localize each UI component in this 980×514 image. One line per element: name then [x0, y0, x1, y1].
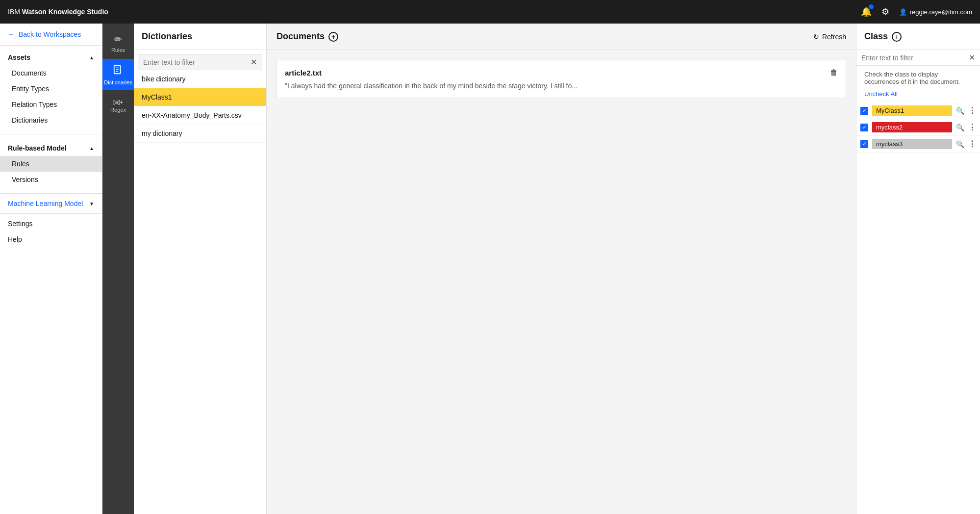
sidebar-divider-2 [0, 193, 102, 194]
sidebar-item-documents[interactable]: Documents [0, 65, 102, 81]
docs-header: Documents + ↻ Refresh [267, 24, 856, 50]
class-more-icon-myclass2[interactable]: ⋮ [968, 123, 976, 132]
dict-item-bike[interactable]: bike dictionary [134, 70, 266, 88]
sidebar-item-rules[interactable]: Rules [0, 156, 102, 172]
regex-icon-label: Regex [110, 107, 126, 113]
rule-based-header[interactable]: Rule-based Model ▲ [0, 140, 102, 156]
sidebar-item-help[interactable]: Help [0, 231, 102, 247]
doc-card-excerpt: "I always had the general classification… [285, 82, 838, 90]
refresh-icon: ↻ [813, 33, 819, 41]
class-label-myclass2: myclass2 [872, 122, 952, 132]
sidebar-item-dictionaries[interactable]: Dictionaries [0, 112, 102, 128]
class-header: Class + [856, 24, 980, 50]
sidebar-item-relation-types[interactable]: Relation Types [0, 97, 102, 112]
assets-header[interactable]: Assets ▲ [0, 50, 102, 65]
docs-refresh-button[interactable]: ↻ Refresh [813, 33, 846, 41]
dict-item-myclass1-label: MyClass1 [142, 93, 172, 101]
sidebar: ← Back to Workspaces Assets ▲ Documents … [0, 24, 102, 514]
sidebar-documents-label: Documents [12, 69, 47, 77]
dict-item-mydict-label: my dictionary [142, 129, 182, 137]
sidebar-dictionaries-label: Dictionaries [12, 116, 48, 124]
uncheck-all-label: Uncheck All [864, 90, 898, 98]
class-filter-clear-icon[interactable]: ✕ [969, 53, 975, 62]
brand-rest: Knowledge Studio [47, 8, 108, 16]
dict-item-anatomy[interactable]: en-XX-Anatomy_Body_Parts.csv [134, 106, 266, 125]
doc-card-header: article2.txt 🗑 [285, 68, 838, 77]
sidebar-divider [0, 134, 102, 134]
class-add-button[interactable]: + [892, 32, 902, 42]
doc-delete-icon[interactable]: 🗑 [830, 68, 838, 77]
class-label-myclass3: myclass3 [872, 139, 952, 149]
class-more-icon-myclass1[interactable]: ⋮ [968, 106, 976, 115]
class-search-icon-myclass1[interactable]: 🔍 [956, 107, 964, 115]
regex-icon: [a]+ [113, 99, 123, 105]
dict-item-mydict[interactable]: my dictionary [134, 125, 266, 143]
back-arrow-icon: ← [8, 30, 15, 38]
user-info[interactable]: 👤 reggie.raye@ibm.com [899, 8, 972, 16]
docs-content: article2.txt 🗑 "I always had the general… [267, 50, 856, 514]
class-item-myclass3: ✓ myclass3 🔍 ⋮ [856, 136, 980, 153]
icon-panel: ✏ Rules Dictionaries [a]+ Regex [102, 24, 134, 514]
doc-card: article2.txt 🗑 "I always had the general… [276, 60, 846, 98]
dict-item-bike-label: bike dictionary [142, 75, 186, 83]
ml-model-header[interactable]: Machine Learning Model ▼ [0, 196, 102, 211]
sidebar-entity-types-label: Entity Types [12, 85, 49, 93]
sidebar-relation-types-label: Relation Types [12, 101, 57, 108]
class-checkbox-myclass2[interactable]: ✓ [860, 124, 868, 131]
rule-based-label: Rule-based Model [8, 144, 67, 152]
assets-chevron-icon: ▲ [89, 55, 94, 60]
icon-panel-regex[interactable]: [a]+ Regex [102, 90, 134, 122]
notification-icon[interactable]: 🔔 [861, 6, 872, 17]
pencil-icon: ✏ [114, 33, 123, 45]
book-icon [113, 64, 124, 77]
assets-section: Assets ▲ Documents Entity Types Relation… [0, 46, 102, 132]
class-title: Class [864, 31, 888, 42]
brand-bold: Watson [22, 8, 47, 16]
class-list: ✓ MyClass1 🔍 ⋮ ✓ myclass2 🔍 ⋮ ✓ myc [856, 103, 980, 153]
ml-chevron-icon: ▼ [89, 201, 94, 206]
sidebar-versions-label: Versions [12, 176, 38, 183]
class-checkbox-myclass1[interactable]: ✓ [860, 107, 868, 115]
class-panel: Class + ✕ Check the class to display occ… [856, 24, 980, 514]
back-label: Back to Workspaces [19, 30, 81, 38]
user-icon: 👤 [899, 8, 907, 16]
class-search-icon-myclass2[interactable]: 🔍 [956, 124, 964, 131]
dict-item-myclass1[interactable]: MyClass1 [134, 88, 266, 106]
rule-based-chevron-icon: ▲ [89, 146, 94, 151]
sidebar-rules-label: Rules [12, 160, 29, 168]
settings-icon[interactable]: ⚙ [881, 6, 889, 17]
back-to-workspaces[interactable]: ← Back to Workspaces [0, 24, 102, 46]
dict-filter-clear-icon[interactable]: ✕ [251, 57, 257, 67]
class-filter-input[interactable] [861, 54, 966, 62]
class-search-icon-myclass3[interactable]: 🔍 [956, 140, 964, 148]
dict-panel-header: Dictionaries [134, 24, 266, 50]
dict-filter-container: ✕ [138, 54, 262, 70]
dict-panel-title: Dictionaries [142, 31, 258, 42]
icon-panel-rules[interactable]: ✏ Rules [102, 27, 134, 59]
doc-card-filename: article2.txt [285, 69, 322, 77]
help-label: Help [8, 235, 22, 243]
sidebar-item-settings[interactable]: Settings [0, 216, 102, 231]
docs-add-button[interactable]: + [328, 32, 338, 42]
class-hint: Check the class to display occurrences o… [856, 66, 980, 90]
class-label-myclass1: MyClass1 [872, 105, 952, 116]
docs-title-area: Documents + [276, 31, 338, 42]
dictionary-panel: Dictionaries ✕ bike dictionary MyClass1 … [134, 24, 267, 514]
uncheck-all-button[interactable]: Uncheck All [856, 90, 980, 103]
settings-label: Settings [8, 220, 33, 228]
dict-item-anatomy-label: en-XX-Anatomy_Body_Parts.csv [142, 111, 242, 119]
class-item-myclass1: ✓ MyClass1 🔍 ⋮ [856, 103, 980, 119]
assets-label: Assets [8, 53, 30, 61]
dictionaries-icon-label: Dictionaries [104, 79, 132, 85]
class-more-icon-myclass3[interactable]: ⋮ [968, 139, 976, 149]
sidebar-item-versions[interactable]: Versions [0, 172, 102, 187]
check-icon: ✓ [862, 107, 867, 114]
brand-text: IBM Watson Knowledge Studio [8, 8, 108, 16]
docs-title: Documents [276, 31, 325, 42]
rule-based-section: Rule-based Model ▲ Rules Versions [0, 136, 102, 191]
icon-panel-dictionaries[interactable]: Dictionaries [102, 59, 134, 90]
class-checkbox-myclass3[interactable]: ✓ [860, 140, 868, 148]
dict-filter-input[interactable] [143, 58, 248, 66]
check-icon: ✓ [862, 141, 867, 147]
sidebar-item-entity-types[interactable]: Entity Types [0, 81, 102, 97]
